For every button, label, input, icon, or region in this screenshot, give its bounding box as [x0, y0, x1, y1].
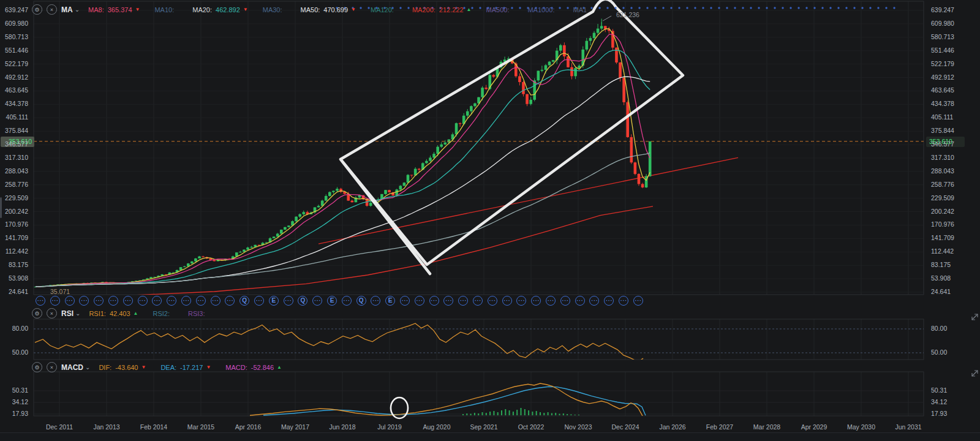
- main-item-ma8[interactable]: MA8:365.374▼: [88, 6, 140, 13]
- close-icon[interactable]: ×: [47, 308, 57, 318]
- price-axis-label: 112.442: [0, 247, 28, 255]
- event-icon-more[interactable]: ⋯: [138, 296, 148, 306]
- chevron-down-icon[interactable]: ⌄: [75, 310, 80, 317]
- main-item-ma120[interactable]: MA120:: [371, 6, 398, 13]
- event-icon-more[interactable]: ⋯: [342, 296, 352, 306]
- rsi-item-rsi1[interactable]: RSI1:42.403▲: [89, 310, 138, 317]
- down-arrow-icon: ▼: [135, 7, 140, 12]
- indicator-label: MA1: [573, 6, 587, 13]
- macd-axis-label: 34.12: [0, 398, 28, 405]
- price-axis-label: 405.111: [931, 113, 968, 121]
- main-item-ma1[interactable]: MA1: [573, 6, 590, 13]
- event-icon-more[interactable]: ⋯: [284, 296, 293, 306]
- event-icon-more[interactable]: ⋯: [502, 296, 512, 306]
- macd-axis-label: 17.93: [931, 410, 968, 417]
- event-icon-more[interactable]: ⋯: [488, 296, 497, 306]
- chart-canvas[interactable]: [0, 0, 980, 441]
- indicator-label: MA8:: [88, 6, 104, 13]
- time-axis-label: Apr 2029: [801, 423, 827, 431]
- indicator-label: MA500:: [486, 6, 510, 13]
- event-icon-more[interactable]: ⋯: [123, 296, 133, 306]
- price-axis-label: 522.179: [931, 60, 968, 67]
- price-axis-label: 53.908: [0, 274, 28, 282]
- main-item-ma20[interactable]: MA20:462.892▼: [192, 6, 247, 13]
- macd-axis-label: 17.93: [0, 410, 28, 417]
- price-axis-label: 375.844: [931, 127, 968, 134]
- down-arrow-icon: ▼: [206, 364, 211, 370]
- event-icon-more[interactable]: ⋯: [429, 296, 439, 306]
- event-icon-more[interactable]: ⋯: [50, 296, 60, 306]
- chevron-down-icon[interactable]: ⌄: [85, 364, 90, 371]
- settings-icon[interactable]: ⚙: [32, 308, 42, 318]
- event-icon-more[interactable]: ⋯: [415, 296, 424, 306]
- price-axis-label: 522.179: [0, 60, 28, 67]
- event-icon-more[interactable]: ⋯: [196, 296, 206, 306]
- indicator-label: MA120:: [371, 6, 394, 13]
- event-icon-more[interactable]: ⋯: [619, 296, 628, 306]
- time-axis-label: Dec 2011: [46, 423, 73, 431]
- event-icon-more[interactable]: ⋯: [633, 296, 643, 306]
- price-axis-label: 141.709: [931, 234, 968, 241]
- price-axis-label: 492.912: [931, 74, 968, 81]
- event-icon-q[interactable]: Q: [356, 296, 366, 306]
- price-axis-label: 200.242: [931, 208, 968, 215]
- macd-axis-label: 50.31: [0, 386, 28, 394]
- time-axis-label: Mar 2028: [753, 423, 780, 431]
- close-icon[interactable]: ×: [47, 4, 57, 15]
- left-scroll-indicator[interactable]: [0, 197, 2, 218]
- rsi-indicator-name[interactable]: RSI: [61, 309, 74, 318]
- main-item-ma1000[interactable]: MA1000:: [527, 6, 558, 13]
- event-icon-more[interactable]: ⋯: [65, 296, 75, 306]
- indicator-label: MA1000:: [527, 6, 554, 13]
- main-item-ma10[interactable]: MA10:: [154, 6, 178, 13]
- indicator-label: MA200:: [412, 6, 435, 13]
- time-axis-label: Jan 2026: [659, 423, 685, 431]
- price-axis-label: 229.509: [0, 194, 28, 202]
- event-icon-more[interactable]: ⋯: [473, 296, 483, 306]
- price-axis-label: 639.247: [0, 6, 28, 13]
- event-icon-more[interactable]: ⋯: [36, 296, 45, 306]
- event-icon-more[interactable]: ⋯: [181, 296, 191, 306]
- time-axis-label: Mar 2015: [187, 423, 214, 431]
- event-icon-more[interactable]: ⋯: [575, 296, 585, 306]
- drawn-white-circle[interactable]: [391, 398, 408, 418]
- event-icon-e[interactable]: E: [327, 296, 337, 306]
- macd-item-dea[interactable]: DEA:-17.217▼: [160, 364, 211, 371]
- event-icon-more[interactable]: ⋯: [108, 296, 118, 306]
- price-axis-label: 434.378: [0, 100, 28, 107]
- rsi-item-rsi3[interactable]: RSI3:: [188, 310, 209, 317]
- up-arrow-icon: ▲: [467, 7, 472, 12]
- macd-item-dif[interactable]: DIF:-43.640▼: [99, 364, 146, 371]
- event-icon-e[interactable]: E: [269, 296, 279, 306]
- indicator-label: DEA:: [160, 364, 176, 371]
- time-axis-label: Dec 2024: [612, 423, 639, 431]
- main-item-ma500[interactable]: MA500:: [486, 6, 513, 13]
- ma-indicator-name[interactable]: MA: [61, 6, 73, 14]
- drawn-red-trendline[interactable]: [318, 157, 738, 244]
- rsi-expand-icon[interactable]: [972, 314, 978, 320]
- rsi-axis-label: 50.00: [931, 349, 968, 356]
- rsi-item-rsi2[interactable]: RSI2:: [153, 310, 174, 317]
- main-item-ma200[interactable]: MA200:212.222▲: [412, 6, 472, 13]
- indicator-label: RSI3:: [188, 310, 205, 317]
- macd-expand-icon[interactable]: [972, 371, 978, 376]
- main-item-ma30[interactable]: MA30:: [263, 6, 286, 13]
- indicator-label: DIF:: [99, 364, 111, 371]
- event-icon-more[interactable]: ⋯: [211, 296, 221, 306]
- time-axis-label: Jul 2019: [377, 423, 402, 431]
- settings-icon[interactable]: ⚙: [32, 362, 42, 372]
- event-icon-more[interactable]: ⋯: [400, 296, 410, 306]
- close-icon[interactable]: ×: [47, 362, 57, 372]
- main-item-ma50[interactable]: MA50:470.699▼: [301, 6, 356, 13]
- price-axis-label: 288.043: [0, 167, 28, 175]
- indicator-value: 462.892: [216, 6, 240, 13]
- event-icon-more[interactable]: ⋯: [254, 296, 264, 306]
- event-icon-more[interactable]: ⋯: [560, 296, 570, 306]
- event-icon-more[interactable]: ⋯: [546, 296, 556, 306]
- time-axis-label: Nov 2023: [565, 423, 592, 431]
- chevron-down-icon[interactable]: ⌄: [75, 6, 80, 13]
- macd-axis-label: 50.31: [931, 386, 968, 394]
- settings-icon[interactable]: ⚙: [32, 4, 42, 15]
- macd-indicator-name[interactable]: MACD: [61, 363, 83, 372]
- macd-item-macd[interactable]: MACD:-52.846▲: [225, 364, 282, 371]
